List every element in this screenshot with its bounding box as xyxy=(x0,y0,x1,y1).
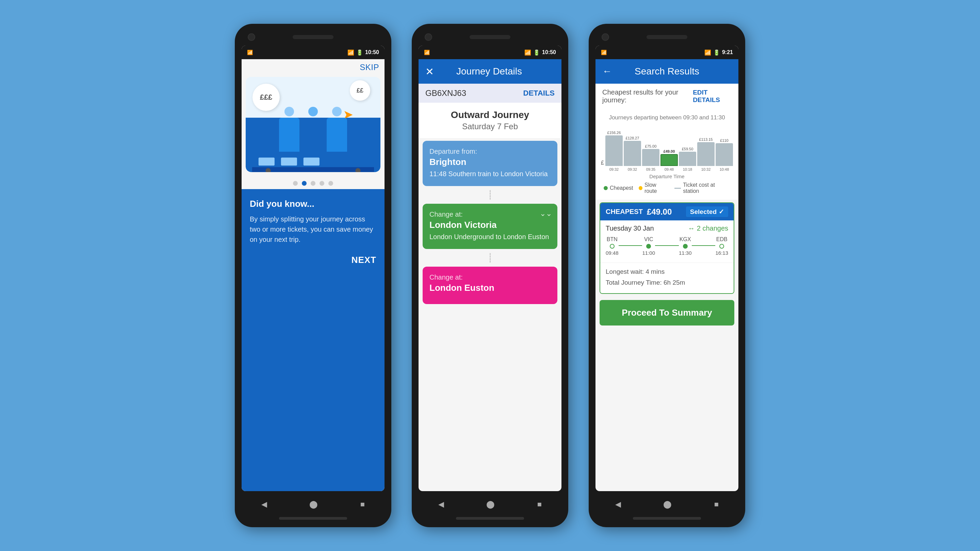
phone-1-signal-icon: 📶 xyxy=(347,49,354,56)
station-vic-time: 11:00 xyxy=(642,250,655,256)
phone-2-screen: 📶 📶 🔋 10:50 ✕ Journey Details GB6XNJ63 D… xyxy=(418,46,562,491)
segment-1-train: 11:48 Southern train to London Victoria xyxy=(430,170,550,178)
station-cost-legend-dash xyxy=(675,188,681,189)
total-journey-time: Total Journey Time: 6h 25m xyxy=(606,277,728,288)
bar-3[interactable]: £75.00 xyxy=(642,144,659,166)
station-btn-code: BTN xyxy=(607,237,617,243)
station-kgx-code: KGX xyxy=(679,237,691,243)
dot-3[interactable] xyxy=(311,181,315,186)
bar-7[interactable]: £110 xyxy=(716,138,733,166)
phone-1-top-bar xyxy=(241,30,385,44)
selected-badge: Selected ✓ xyxy=(686,206,728,217)
back-nav-icon[interactable]: ◀ xyxy=(261,500,267,509)
seats-illustration xyxy=(279,107,347,152)
bar-1[interactable]: £156.26 xyxy=(605,130,623,166)
chart-y-label: £ xyxy=(601,160,604,166)
details-link[interactable]: DETAILS xyxy=(523,89,555,98)
chart-subtitle: Journeys departing between 09:30 and 11:… xyxy=(600,114,734,121)
phone-3-battery-icon: 🔋 xyxy=(713,49,720,56)
connector-2 xyxy=(418,252,562,264)
price-chart: Journeys departing between 09:30 and 11:… xyxy=(595,109,738,200)
station-vic-code: VIC xyxy=(644,237,653,243)
phone-3-screen: 📶 📶 🔋 9:21 ← Search Results Cheapest res… xyxy=(595,46,738,491)
chart-legend: Cheapest Slow route Ticket cost at stati… xyxy=(600,179,734,197)
station-btn-time: 09:48 xyxy=(606,250,619,256)
expand-icon[interactable]: ⌄⌄ xyxy=(540,209,552,218)
segment-2-label: Change at: xyxy=(430,211,550,218)
cheapest-legend-label: Cheapest xyxy=(610,185,633,191)
journey-header: Outward Journey Saturday 7 Feb xyxy=(418,103,562,138)
home-nav-2-icon[interactable]: ⬤ xyxy=(486,500,495,509)
cheapest-card[interactable]: CHEAPEST £49.00 Selected ✓ Tuesday 30 Ja… xyxy=(600,202,734,294)
phone-3-signal-icon: 📶 xyxy=(705,49,711,56)
longest-wait: Longest wait: 4 mins xyxy=(606,266,728,277)
back-nav-2-icon[interactable]: ◀ xyxy=(438,500,444,509)
route-timeline: BTN 09:48 VIC 11:00 KGX xyxy=(606,237,728,256)
selected-label: Selected xyxy=(690,208,717,216)
journey-date: Saturday 7 Feb xyxy=(425,122,555,131)
checkmark-icon: ✓ xyxy=(719,208,724,216)
back-nav-3-icon[interactable]: ◀ xyxy=(615,500,621,509)
chart-x-axis: 09:32 09:32 09:35 09:48 10:18 10:32 10:4… xyxy=(605,166,733,171)
cheapest-card-header: CHEAPEST £49.00 Selected ✓ xyxy=(600,203,733,221)
svg-rect-4 xyxy=(304,158,320,166)
results-subtitle-bar: Cheapest results for your journey: EDIT … xyxy=(595,84,738,109)
phone-1-header: SKIP xyxy=(242,59,385,74)
home-nav-icon[interactable]: ⬤ xyxy=(309,500,318,509)
segment-1-station: Brighton xyxy=(430,157,550,167)
bar-5[interactable]: £59.50 xyxy=(679,147,696,166)
bar-6[interactable]: £113.15 xyxy=(697,137,714,166)
skip-button[interactable]: SKIP xyxy=(360,63,379,72)
recents-nav-3-icon[interactable]: ■ xyxy=(714,500,719,509)
proceed-to-summary-button[interactable]: Proceed To Summary xyxy=(600,300,734,326)
cheapest-subtitle: Cheapest results for your journey: xyxy=(602,89,693,104)
dot-2[interactable] xyxy=(302,181,307,186)
phone-3-home-bar xyxy=(633,517,701,520)
dot-5[interactable] xyxy=(328,181,333,186)
chart-x-axis-label: Departure Time xyxy=(600,171,734,179)
home-nav-3-icon[interactable]: ⬤ xyxy=(663,500,672,509)
did-you-know-section: Did you know... By simply splitting your… xyxy=(242,189,385,491)
legend-station-cost: Ticket cost at station xyxy=(675,182,730,194)
svg-rect-3 xyxy=(281,158,297,166)
slow-route-legend-label: Slow route xyxy=(644,182,669,194)
edit-details-button[interactable]: EDIT DETAILS xyxy=(693,89,732,104)
segment-2-station: London Victoria xyxy=(430,220,550,230)
phone-2-battery-icon: 🔋 xyxy=(533,49,540,56)
phone-2-signal-icon: 📶 xyxy=(524,49,531,56)
phone-2-home-bar xyxy=(456,517,524,520)
route-line-3 xyxy=(692,245,716,246)
dot-4[interactable] xyxy=(320,181,324,186)
bar-2[interactable]: £128.27 xyxy=(624,136,641,166)
bar-4-highlighted[interactable]: £49.00 xyxy=(660,149,678,166)
recents-nav-icon[interactable]: ■ xyxy=(360,500,365,509)
cheapest-price: £49.00 xyxy=(647,207,672,217)
close-button[interactable]: ✕ xyxy=(425,66,434,78)
phone-2-status-bar: 📶 📶 🔋 10:50 xyxy=(418,46,562,59)
recents-nav-2-icon[interactable]: ■ xyxy=(537,500,542,509)
changes-info: ↔ 2 changes xyxy=(688,224,728,232)
legend-cheapest: Cheapest xyxy=(604,182,633,194)
back-button[interactable]: ← xyxy=(602,66,612,77)
phone-1-nav-bar: ◀ ⬤ ■ xyxy=(241,494,385,515)
phone-3: 📶 📶 🔋 9:21 ← Search Results Cheapest res… xyxy=(589,24,745,527)
phone-1-carrier: 📶 xyxy=(247,50,253,55)
phone-1-time: 10:50 xyxy=(365,49,379,56)
phone-1-screen: 📶 📶 🔋 10:50 SKIP £££ ££ ➤ xyxy=(242,46,385,491)
phone-2-speaker xyxy=(469,35,511,39)
station-kgx-node xyxy=(683,244,688,249)
booking-ref-bar: GB6XNJ63 DETAILS xyxy=(418,84,562,103)
dot-1[interactable] xyxy=(293,181,298,186)
station-edb: EDB 16:13 xyxy=(715,237,728,256)
did-you-know-title: Did you know... xyxy=(250,198,376,209)
next-button[interactable]: NEXT xyxy=(250,255,376,265)
segment-3-label: Change at: xyxy=(430,273,550,281)
journey-extra: Longest wait: 4 mins Total Journey Time:… xyxy=(600,263,733,293)
station-vic-node xyxy=(646,244,651,249)
phone-2-nav-bar: ◀ ⬤ ■ xyxy=(418,494,562,515)
phone-2-carrier: 📶 xyxy=(424,50,430,55)
journey-details-header: ✕ Journey Details xyxy=(418,59,562,84)
legend-slow-route: Slow route xyxy=(639,182,669,194)
segment-2-train: London Underground to London Euston xyxy=(430,233,550,241)
illustration-area: £££ ££ ➤ xyxy=(246,77,380,172)
